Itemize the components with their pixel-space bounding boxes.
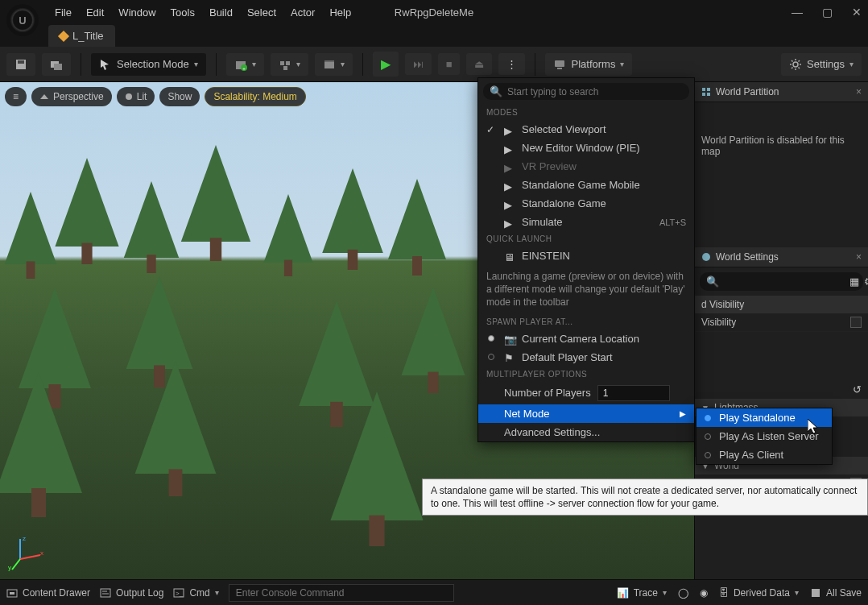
gear-icon[interactable]: ⚙ — [864, 276, 868, 288]
spawn-section-label: SPAWN PLAYER AT... — [478, 314, 694, 329]
close-icon[interactable]: × — [856, 86, 862, 97]
visibility-section[interactable]: d Visibility — [695, 296, 868, 313]
level-icon — [58, 30, 69, 41]
vr-preview-item[interactable]: ▶ VR Preview — [478, 157, 694, 176]
browse-button[interactable] — [42, 53, 71, 76]
play-client-item[interactable]: Play As Client — [696, 445, 832, 464]
console-input[interactable] — [229, 584, 454, 602]
trace-icon: 📊 — [617, 587, 629, 599]
play-button[interactable]: ▶ — [373, 52, 399, 77]
reset-icon[interactable]: ↺ — [853, 383, 862, 396]
dropdown-search[interactable]: 🔍 — [483, 83, 689, 100]
output-log-button[interactable]: Output Log — [100, 587, 163, 599]
lit-dropdown[interactable]: Lit — [117, 87, 155, 106]
stop-button[interactable]: ■ — [438, 53, 461, 75]
multiplayer-section-label: MULTIPLAYER OPTIONS — [478, 367, 694, 382]
net-mode-item[interactable]: Net Mode ▶ — [478, 404, 694, 423]
standalone-game-item[interactable]: ▶ Standalone Game — [478, 194, 694, 213]
main-toolbar: Selection Mode ▾ +▾ ▾ ▾ ▶ ⏭ ■ ⏏ ⋮ Platfo… — [0, 47, 868, 82]
selection-mode-button[interactable]: Selection Mode ▾ — [91, 53, 206, 76]
radio-icon — [705, 452, 711, 458]
content-drawer-button[interactable]: Content Drawer — [6, 587, 90, 599]
svg-rect-34 — [812, 589, 820, 597]
svg-rect-13 — [557, 68, 562, 69]
perspective-dropdown[interactable]: Perspective — [31, 87, 112, 106]
default-player-start-item[interactable]: ⚑ Default Player Start — [478, 348, 694, 367]
radio-icon — [705, 415, 711, 421]
check-icon: ✓ — [486, 124, 494, 135]
settings-search-input[interactable] — [724, 276, 845, 288]
svg-rect-22 — [702, 88, 705, 91]
new-editor-window-item[interactable]: ▶ New Editor Window (PIE) — [478, 139, 694, 157]
svg-text:x: x — [40, 549, 43, 557]
save-all-button[interactable]: All Save — [810, 587, 862, 599]
svg-rect-25 — [707, 93, 710, 96]
cinematics-button[interactable]: ▾ — [315, 53, 353, 76]
circle-icon-1[interactable]: ◯ — [678, 587, 688, 599]
bottom-bar: Content Drawer Output Log >_ Cmd ▾ 📊 Tra… — [0, 579, 868, 605]
play-listen-server-item[interactable]: Play As Listen Server — [696, 427, 832, 445]
window-controls: — ▢ ✕ — [792, 6, 862, 19]
mobile-icon: ▶ — [504, 180, 515, 190]
simulate-item[interactable]: ▶ Simulate ALT+S — [478, 213, 694, 231]
current-camera-item[interactable]: 📷 Current Camera Location — [478, 329, 694, 348]
skip-button[interactable]: ⏭ — [405, 53, 432, 75]
selected-viewport-item[interactable]: ✓ ▶ Selected Viewport — [478, 120, 694, 139]
eject-button[interactable]: ⏏ — [466, 53, 492, 75]
radio-icon — [488, 354, 494, 360]
trace-button[interactable]: 📊 Trace ▾ — [617, 587, 667, 599]
settings-button[interactable]: Settings ▾ — [781, 53, 862, 76]
menu-help[interactable]: Help — [329, 6, 351, 19]
svg-line-20 — [12, 559, 20, 570]
level-tab-label: L_Title — [72, 30, 104, 42]
svg-rect-28 — [10, 592, 14, 595]
maximize-button[interactable]: ▢ — [822, 6, 833, 19]
svg-rect-11 — [324, 60, 334, 62]
menu-window[interactable]: Window — [118, 6, 155, 19]
blueprint-button[interactable]: ▾ — [271, 53, 308, 76]
settings-search[interactable]: 🔍 ▦ ⚙ — [700, 272, 863, 291]
menu-select[interactable]: Select — [247, 6, 276, 19]
add-content-button[interactable]: +▾ — [226, 53, 264, 76]
save-button[interactable] — [6, 53, 35, 76]
world-partition-message: World Partition is disabled for this map — [695, 102, 868, 247]
world-partition-tab[interactable]: World Partition × — [695, 82, 868, 102]
close-icon[interactable]: × — [856, 251, 862, 263]
dropdown-search-input[interactable] — [507, 86, 683, 97]
menu-edit[interactable]: Edit — [86, 6, 104, 19]
axis-gizmo: z x y — [8, 531, 48, 571]
minimize-button[interactable]: — — [792, 6, 803, 19]
dropdown-info-text: Launching a game (preview or on device) … — [478, 265, 694, 314]
close-button[interactable]: ✕ — [852, 6, 862, 19]
menu-build[interactable]: Build — [209, 6, 233, 19]
circle-icon-2[interactable]: ◉ — [700, 587, 708, 599]
visibility-checkbox[interactable] — [850, 317, 862, 328]
standalone-mobile-item[interactable]: ▶ Standalone Game Mobile — [478, 176, 694, 194]
svg-rect-8 — [286, 61, 290, 65]
device-icon: 🖥 — [504, 251, 515, 261]
menu-file[interactable]: File — [55, 6, 72, 19]
svg-text:+: + — [242, 66, 246, 71]
viewport-hamburger[interactable]: ≡ — [5, 87, 27, 106]
database-icon: 🗄 — [719, 587, 729, 599]
play-options-button[interactable]: ⋮ — [498, 53, 525, 75]
svg-rect-9 — [283, 66, 287, 70]
derived-data-button[interactable]: 🗄 Derived Data ▾ — [719, 587, 799, 599]
scalability-dropdown[interactable]: Scalability: Medium — [205, 87, 305, 106]
level-tab[interactable]: L_Title — [48, 25, 115, 47]
unreal-logo: U — [6, 4, 39, 36]
grid-icon[interactable]: ▦ — [849, 276, 859, 288]
window-icon: ▶ — [504, 143, 515, 153]
app-title: RwRpgDeleteMe — [395, 6, 473, 19]
menu-actor[interactable]: Actor — [291, 6, 315, 19]
show-dropdown[interactable]: Show — [159, 87, 200, 106]
play-standalone-item[interactable]: Play Standalone — [696, 408, 832, 427]
menu-tools[interactable]: Tools — [171, 6, 195, 19]
world-settings-tab[interactable]: World Settings × — [695, 247, 868, 267]
num-players-input[interactable] — [597, 385, 670, 401]
einstein-item[interactable]: 🖥 EINSTEIN — [478, 247, 694, 265]
platforms-button[interactable]: Platforms ▾ — [545, 53, 632, 76]
cmd-dropdown[interactable]: >_ Cmd ▾ — [173, 587, 218, 599]
advanced-settings-item[interactable]: Advanced Settings... — [478, 423, 694, 441]
svg-rect-10 — [324, 62, 334, 68]
